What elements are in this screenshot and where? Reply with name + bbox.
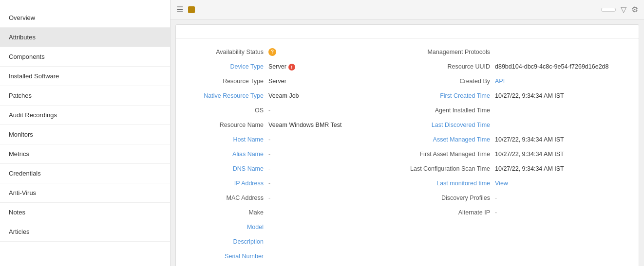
right-field-row-8: Last Configuration Scan Time10/27/22, 9:…: [407, 164, 629, 176]
field-value-2: Server: [268, 77, 407, 85]
right-field-row-2: Created ByAPI: [407, 77, 629, 89]
field-value-11: [268, 208, 407, 209]
left-fields: Availability Status?Device TypeServer!Re…: [186, 44, 407, 266]
right-field-row-5: Last Discovered Time: [407, 121, 629, 132]
sidebar-item-attributes[interactable]: Attributes: [0, 28, 170, 47]
right-field-value-1: d89bd104-dbc9-4c8c-9e54-f7269d16e2d8: [495, 62, 629, 70]
field-label-13: Description: [186, 237, 268, 245]
sidebar-item-metrics[interactable]: Metrics: [0, 144, 170, 164]
field-label-0: Availability Status: [186, 48, 268, 55]
right-field-label-8: Last Configuration Scan Time: [407, 164, 495, 172]
device-type-error-icon: !: [288, 64, 295, 71]
content-area: Availability Status?Device TypeServer!Re…: [170, 19, 644, 266]
field-value-0[interactable]: ?: [268, 48, 276, 56]
left-field-row-14: Serial Number: [186, 252, 407, 264]
field-label-2: Resource Type: [186, 77, 268, 85]
left-field-row-0: Availability Status?: [186, 48, 407, 59]
left-field-row-1: Device TypeServer!: [186, 62, 407, 74]
right-field-value-0: [495, 48, 629, 49]
sidebar-item-audit-recordings[interactable]: Audit Recordings: [0, 106, 170, 125]
field-value-12: [268, 223, 407, 224]
field-label-9: IP Address: [186, 179, 268, 187]
field-label-11: Make: [186, 208, 268, 216]
right-fields: Management ProtocolsResource UUIDd89bd10…: [407, 44, 629, 266]
right-field-row-7: First Asset Managed Time10/27/22, 9:34:3…: [407, 150, 629, 161]
right-field-label-2: Created By: [407, 77, 495, 85]
field-value-9: -: [268, 179, 407, 187]
right-field-label-5: Last Discovered Time: [407, 121, 495, 128]
field-label-12: Model: [186, 223, 268, 231]
right-field-value-7: 10/27/22, 9:34:34 AM IST: [495, 150, 629, 158]
field-value-14: [268, 252, 407, 253]
settings-icon[interactable]: ⚙: [631, 5, 638, 14]
basic-information-card: Availability Status?Device TypeServer!Re…: [175, 24, 639, 266]
right-field-row-3: First Created Time10/27/22, 9:34:34 AM I…: [407, 91, 629, 103]
right-field-value-4: [495, 106, 629, 107]
device-icon: [188, 6, 195, 13]
sidebar-item-components[interactable]: Components: [0, 47, 170, 67]
sidebar: OverviewAttributesComponentsInstalled So…: [0, 0, 170, 266]
availability-status-icon[interactable]: ?: [268, 48, 276, 56]
right-field-label-11: Alternate IP: [407, 208, 495, 216]
right-field-row-0: Management Protocols: [407, 48, 629, 59]
sidebar-item-notes[interactable]: Notes: [0, 203, 170, 222]
topbar-actions: ▽ ⚙: [621, 5, 638, 14]
right-field-value-3: 10/27/22, 9:34:34 AM IST: [495, 91, 629, 99]
right-field-label-7: First Asset Managed Time: [407, 150, 495, 158]
left-field-row-9: IP Address-: [186, 179, 407, 191]
right-field-label-10: Discovery Profiles: [407, 194, 495, 201]
left-field-row-3: Native Resource TypeVeeam Job: [186, 91, 407, 103]
main-content: ☰ ▽ ⚙ Availability Status?Device TypeSer…: [170, 0, 644, 266]
field-label-4: OS: [186, 106, 268, 114]
right-field-value-10: -: [495, 194, 629, 201]
card-header: [176, 25, 639, 39]
right-field-label-9: Last monitored time: [407, 179, 495, 187]
right-field-value-2[interactable]: API: [495, 77, 629, 85]
left-field-row-2: Resource TypeServer: [186, 77, 407, 89]
left-field-row-11: Make: [186, 208, 407, 220]
right-field-label-6: Asset Managed Time: [407, 135, 495, 143]
left-field-row-12: Model: [186, 223, 407, 234]
field-value-3: Veeam Job: [268, 91, 407, 99]
sidebar-item-installed-software[interactable]: Installed Software: [0, 67, 170, 86]
left-field-row-6: Host Name-: [186, 135, 407, 147]
right-field-row-9: Last monitored timeView: [407, 179, 629, 191]
left-field-row-4: OS-: [186, 106, 407, 118]
menu-icon[interactable]: ☰: [176, 5, 183, 14]
right-field-label-0: Management Protocols: [407, 48, 495, 55]
sidebar-item-credentials[interactable]: Credentials: [0, 164, 170, 183]
sidebar-item-overview[interactable]: Overview: [0, 8, 170, 28]
field-label-1: Device Type: [186, 62, 268, 70]
field-value-4: -: [268, 106, 407, 114]
sidebar-item-articles[interactable]: Articles: [0, 222, 170, 242]
right-field-label-1: Resource UUID: [407, 62, 495, 70]
field-label-5: Resource Name: [186, 121, 268, 128]
sidebar-item-patches[interactable]: Patches: [0, 86, 170, 106]
field-label-3: Native Resource Type: [186, 91, 268, 99]
right-field-label-3: First Created Time: [407, 91, 495, 99]
left-field-row-7: Alias Name-: [186, 150, 407, 161]
sidebar-item-monitors[interactable]: Monitors: [0, 125, 170, 144]
left-field-row-5: Resource NameVeeam Windows BMR Test: [186, 121, 407, 132]
field-label-8: DNS Name: [186, 164, 268, 172]
right-field-row-4: Agent Installed Time: [407, 106, 629, 118]
sidebar-item-anti-virus[interactable]: Anti-Virus: [0, 183, 170, 203]
right-field-row-10: Discovery Profiles-: [407, 194, 629, 205]
left-field-row-8: DNS Name-: [186, 164, 407, 176]
field-label-14: Serial Number: [186, 252, 268, 260]
back-button[interactable]: [601, 8, 616, 12]
card-body: Availability Status?Device TypeServer!Re…: [176, 39, 639, 266]
sidebar-back-button[interactable]: [0, 0, 170, 8]
field-label-6: Host Name: [186, 135, 268, 143]
right-field-row-6: Asset Managed Time10/27/22, 9:34:34 AM I…: [407, 135, 629, 147]
field-value-10: -: [268, 194, 407, 201]
field-value-13: [268, 237, 407, 238]
right-field-row-11: Alternate IP-: [407, 208, 629, 220]
right-field-value-9[interactable]: View: [495, 179, 629, 187]
left-field-row-13: Description: [186, 237, 407, 249]
right-field-value-11: -: [495, 208, 629, 216]
field-label-7: Alias Name: [186, 150, 268, 158]
right-field-value-5: [495, 121, 629, 122]
filter-icon[interactable]: ▽: [621, 5, 626, 14]
field-value-5: Veeam Windows BMR Test: [268, 121, 407, 128]
